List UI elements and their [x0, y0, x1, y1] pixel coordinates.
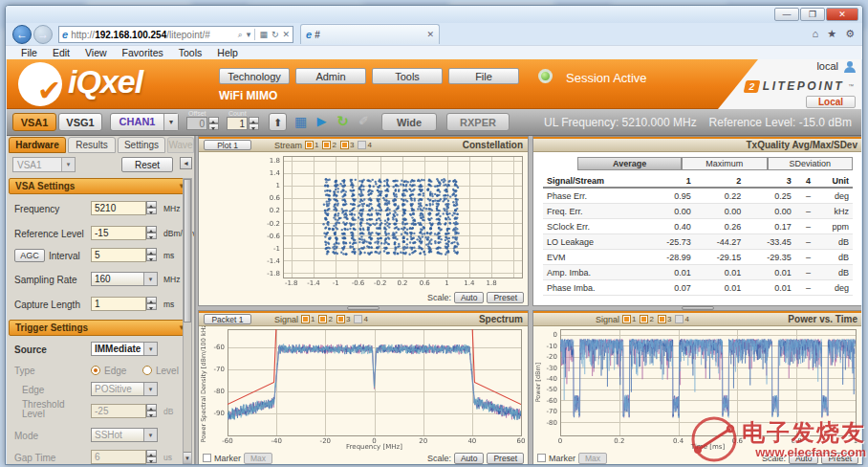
agc-button[interactable]: AGC [14, 249, 45, 262]
keypad-icon[interactable]: ▦ [292, 113, 310, 131]
tab-settings[interactable]: Settings [118, 137, 165, 153]
compatibility-icon[interactable]: ▦ [259, 30, 268, 39]
back-button[interactable]: ← [12, 25, 32, 44]
capture-length-field[interactable]: 1 [91, 297, 146, 311]
checkbox-icon[interactable] [640, 315, 648, 323]
scale-preset-button[interactable]: Preset [487, 292, 524, 303]
stream-checkbox-2[interactable]: 2 [640, 315, 653, 323]
source-select[interactable]: IMMediate ▾ [91, 342, 158, 356]
stream-checkbox-1[interactable]: 1 [301, 315, 315, 323]
checkbox-icon[interactable] [622, 315, 631, 323]
vsg1-tab[interactable]: VSG1 [58, 113, 102, 131]
stream-checkbox-4[interactable]: 4 [354, 315, 367, 323]
channel-select[interactable]: CHAN1 ▾ [110, 113, 179, 131]
refresh-icon[interactable]: ↻ [271, 30, 279, 39]
checkbox-icon[interactable] [322, 141, 331, 149]
plot-selector-button[interactable]: Plot 1 [204, 140, 251, 150]
stream-checkbox-1[interactable]: 1 [305, 141, 318, 149]
vsa-settings-header[interactable]: VSA Settings ▼ [9, 178, 192, 194]
rxper-button[interactable]: RXPER [446, 113, 510, 131]
menu-view[interactable]: View [77, 47, 115, 58]
scrollbar-thumb[interactable] [184, 179, 191, 322]
play-icon[interactable]: ▶ [313, 113, 331, 131]
checkbox-icon[interactable] [336, 315, 345, 323]
tab-sdeviation[interactable]: SDeviation [768, 157, 853, 170]
capture-length-spin[interactable] [146, 297, 157, 310]
checkbox-icon[interactable] [658, 315, 666, 323]
forward-button[interactable]: → [33, 25, 53, 44]
vsa1-tab[interactable]: VSA1 [12, 113, 56, 131]
browser-tab[interactable]: e # ✕ [300, 24, 440, 44]
admin-button[interactable]: Admin [295, 68, 366, 84]
chevron-down-icon[interactable]: ▾ [143, 273, 157, 285]
stream-checkbox-2[interactable]: 2 [322, 141, 336, 149]
file-button[interactable]: File [448, 68, 519, 84]
stream-checkbox-1[interactable]: 1 [622, 315, 636, 323]
tab-average[interactable]: Average [577, 157, 682, 170]
marker-checkbox[interactable] [537, 454, 546, 462]
packet-selector-button[interactable]: Packet 1 [204, 314, 251, 324]
edge-radio[interactable] [91, 366, 100, 375]
tools-button[interactable]: Tools [372, 68, 443, 84]
max-button[interactable]: Max [244, 453, 272, 464]
reset-button[interactable]: Reset [121, 157, 173, 172]
stream-checkbox-3[interactable]: 3 [658, 315, 671, 323]
home-icon[interactable]: ⌂ [813, 28, 819, 40]
sampling-rate-select[interactable]: 160 ▾ [91, 272, 158, 286]
checkbox-icon[interactable] [340, 141, 349, 149]
tab-results[interactable]: Results [68, 137, 116, 153]
scale-preset-button[interactable]: Preset [487, 453, 524, 464]
settings-icon[interactable]: ⚙ [845, 28, 855, 40]
frequency-spin[interactable] [146, 201, 157, 214]
upload-arrow-button[interactable]: ⬆ [269, 113, 287, 131]
scale-auto-button[interactable]: Auto [454, 453, 485, 464]
count-spin-buttons[interactable] [249, 117, 259, 130]
vsa-select[interactable]: VSA1 ▾ [12, 157, 76, 172]
offset-spin-buttons[interactable] [208, 117, 219, 130]
tab-hardware[interactable]: Hardware [9, 137, 66, 153]
chevron-down-icon[interactable]: ▾ [163, 114, 178, 130]
search-icon[interactable]: ⌕ [238, 30, 243, 40]
chevron-down-icon[interactable]: ▾ [247, 30, 251, 39]
marker-pen-icon[interactable]: ✐ [355, 113, 373, 131]
checkbox-icon[interactable] [318, 315, 327, 323]
count-stepper[interactable]: 1 [227, 117, 248, 130]
checkbox-icon[interactable] [301, 315, 310, 323]
checkbox-icon[interactable] [675, 315, 684, 323]
wide-button[interactable]: Wide [381, 113, 437, 131]
favorites-icon[interactable]: ★ [827, 28, 836, 40]
maximize-button[interactable]: ❐ [800, 8, 825, 21]
collapse-sidebar-button[interactable]: ◄ [180, 157, 192, 169]
address-bar[interactable]: e http://192.168.100.254/litepoint/# ⌕ ▾… [58, 26, 293, 43]
menu-tools[interactable]: Tools [171, 47, 210, 58]
checkbox-icon[interactable] [358, 141, 366, 149]
menu-favorites[interactable]: Favorites [115, 47, 171, 58]
reference-level-spin[interactable] [146, 226, 157, 239]
checkbox-icon[interactable] [305, 141, 314, 149]
scale-preset-button[interactable]: Preset [821, 453, 858, 464]
title-bar[interactable]: — ❐ ✕ [6, 6, 862, 23]
sidebar-scrollbar[interactable]: ▼ [183, 178, 192, 464]
minimize-button[interactable]: — [774, 8, 799, 21]
stream-checkbox-4[interactable]: 4 [358, 141, 371, 149]
checkbox-icon[interactable] [354, 315, 362, 323]
marker-checkbox[interactable] [203, 454, 211, 462]
close-button[interactable]: ✕ [826, 8, 858, 21]
chevron-down-icon[interactable]: ▾ [61, 158, 75, 171]
technology-button[interactable]: Technology [219, 68, 290, 84]
frequency-field[interactable]: 5210 [91, 201, 146, 215]
menu-help[interactable]: Help [209, 47, 246, 58]
menu-file[interactable]: File [13, 47, 45, 58]
stream-checkbox-4[interactable]: 4 [675, 315, 688, 323]
tab-maximum[interactable]: Maximum [682, 157, 767, 170]
stream-checkbox-3[interactable]: 3 [336, 315, 350, 323]
interval-field[interactable]: 5 [91, 248, 146, 262]
scroll-down-icon[interactable]: ▼ [184, 452, 191, 463]
reference-level-field[interactable]: -15 [91, 226, 146, 240]
capture-loop-icon[interactable]: ↻ [334, 113, 352, 131]
trigger-settings-header[interactable]: Trigger Settings ▼ [9, 320, 192, 336]
scale-auto-button[interactable]: Auto [454, 292, 485, 303]
local-button[interactable]: Local [806, 96, 856, 108]
menu-edit[interactable]: Edit [45, 47, 77, 58]
stream-checkbox-2[interactable]: 2 [318, 315, 332, 323]
